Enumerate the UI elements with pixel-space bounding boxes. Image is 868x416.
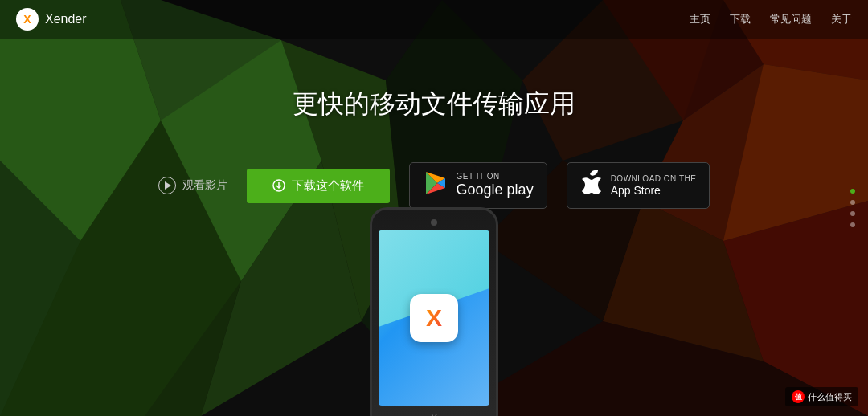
logo-area[interactable]: X Xender	[16, 8, 87, 31]
play-triangle-icon	[165, 181, 171, 190]
brand-name: Xender	[45, 12, 87, 27]
watch-video-button[interactable]: 观看影片	[158, 177, 227, 194]
watermark-text: 什么值得买	[808, 391, 852, 403]
apple-icon	[580, 170, 603, 202]
hero-headline: 更快的移动文件传输应用	[293, 87, 575, 122]
scroll-dot-1[interactable]	[850, 189, 855, 194]
google-play-sub: GET IT ON	[457, 172, 500, 181]
app-store-text: Download on the App Store	[611, 174, 697, 198]
scroll-dot-2[interactable]	[850, 200, 855, 205]
phone-bottom-arrow: ∨	[430, 410, 438, 416]
app-store-button[interactable]: Download on the App Store	[567, 162, 710, 209]
watermark: 值 什么值得买	[785, 387, 858, 406]
xender-logo-icon: X	[16, 8, 39, 31]
svg-text:X: X	[23, 13, 31, 26]
navbar: X Xender 主页 下载 常见问题 关于	[0, 0, 868, 39]
watermark-icon: 值	[792, 390, 805, 403]
google-play-button[interactable]: GET IT ON Google play	[409, 162, 547, 209]
nav-download[interactable]: 下载	[730, 12, 751, 27]
phone-outer: X ∨	[370, 207, 498, 416]
svg-text:X: X	[426, 304, 442, 331]
download-software-button[interactable]: 下载这个软件	[247, 169, 390, 203]
scroll-dot-3[interactable]	[850, 211, 855, 216]
nav-home[interactable]: 主页	[690, 12, 710, 27]
scroll-dots	[850, 189, 855, 227]
nav-faq[interactable]: 常见问题	[770, 12, 812, 27]
xender-app-icon: X	[416, 300, 452, 336]
google-play-icon	[423, 170, 448, 202]
google-play-name: Google play	[457, 181, 534, 199]
play-circle-icon	[158, 177, 176, 194]
phone-mockup: X ∨	[370, 207, 498, 416]
google-play-text: GET IT ON Google play	[457, 172, 534, 199]
scroll-dot-4[interactable]	[850, 222, 855, 227]
actions-row: 观看影片 下载这个软件 GET IT ON	[158, 162, 710, 209]
watch-label: 观看影片	[182, 178, 227, 193]
app-store-sub: Download on the	[611, 174, 697, 184]
phone-screen: X	[379, 230, 489, 406]
nav-about[interactable]: 关于	[831, 12, 852, 27]
app-icon: X	[410, 294, 458, 342]
phone-camera	[431, 219, 437, 226]
download-icon	[272, 179, 285, 192]
nav-links: 主页 下载 常见问题 关于	[690, 12, 852, 27]
download-label: 下载这个软件	[292, 178, 364, 194]
app-store-name: App Store	[611, 184, 661, 198]
